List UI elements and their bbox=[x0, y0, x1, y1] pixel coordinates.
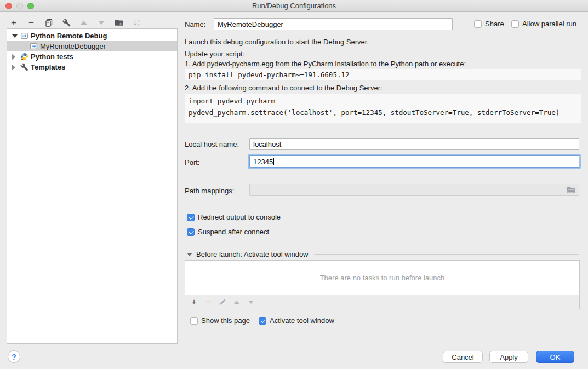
activate-tool-window-label: Activate tool window bbox=[270, 316, 334, 325]
arrow-up-icon bbox=[81, 21, 87, 25]
path-mappings-field[interactable] bbox=[249, 184, 579, 196]
description-line-1: Launch this debug configuration to start… bbox=[185, 38, 369, 46]
tree-item-label: Python Remote Debug bbox=[31, 32, 107, 40]
settrace-code-line-1: import pydevd_pycharm bbox=[189, 95, 577, 107]
apply-button[interactable]: Apply bbox=[489, 351, 528, 363]
python-tests-icon bbox=[20, 53, 28, 61]
run-debug-configurations-dialog: Run/Debug Configurations + − az Python R… bbox=[0, 0, 588, 369]
configurations-tree: Python Remote Debug MyRemoteDebugger Pyt… bbox=[7, 28, 178, 344]
move-task-up-button[interactable] bbox=[233, 298, 241, 306]
tree-item-label: Templates bbox=[31, 63, 65, 71]
window-title: Run/Debug Configurations bbox=[0, 2, 588, 10]
redirect-output-label: Redirect output to console bbox=[198, 213, 281, 221]
configurations-toolbar: + − az bbox=[9, 16, 141, 28]
tree-item-python-tests[interactable]: Python tests bbox=[7, 51, 177, 62]
checkbox-icon bbox=[474, 20, 482, 28]
browse-folder-icon[interactable] bbox=[567, 187, 575, 194]
checkbox-icon bbox=[190, 317, 198, 325]
arrow-up-icon bbox=[234, 301, 239, 304]
arrow-down-icon bbox=[98, 21, 105, 25]
show-this-page-checkbox[interactable]: Show this page bbox=[190, 316, 250, 325]
collapse-toggle-icon[interactable] bbox=[12, 54, 18, 60]
port-input[interactable]: 12345 bbox=[249, 155, 579, 168]
minus-icon: − bbox=[28, 18, 34, 27]
sort-alphabetically-button[interactable]: az bbox=[132, 18, 141, 27]
suspend-after-connect-checkbox[interactable]: Suspend after connect bbox=[187, 228, 269, 236]
checkbox-icon bbox=[511, 20, 519, 28]
checkbox-icon bbox=[187, 214, 195, 221]
path-mappings-label: Path mappings: bbox=[185, 187, 234, 195]
tree-item-python-remote-debug[interactable]: Python Remote Debug bbox=[7, 31, 177, 41]
share-checkbox-label: Share bbox=[485, 20, 504, 28]
plus-icon: + bbox=[11, 18, 16, 27]
sort-az-icon: az bbox=[133, 19, 141, 27]
edit-task-button[interactable] bbox=[219, 298, 226, 306]
templates-wrench-icon bbox=[20, 63, 28, 71]
tree-item-label: Python tests bbox=[31, 53, 73, 61]
pencil-icon bbox=[219, 298, 226, 305]
checkbox-icon bbox=[187, 228, 195, 236]
local-host-name-input[interactable] bbox=[249, 138, 579, 150]
checkbox-icon bbox=[259, 317, 266, 325]
allow-parallel-run-label: Allow parallel run bbox=[522, 20, 576, 28]
tree-item-myremotedebugger[interactable]: MyRemoteDebugger bbox=[7, 41, 177, 51]
section-divider bbox=[314, 254, 579, 255]
title-bar: Run/Debug Configurations bbox=[0, 0, 588, 12]
text-caret bbox=[273, 158, 274, 165]
before-launch-header[interactable]: Before launch: Activate tool window bbox=[187, 250, 579, 258]
local-host-name-label: Local host name: bbox=[185, 140, 239, 148]
collapse-section-icon[interactable] bbox=[187, 253, 192, 256]
activate-tool-window-checkbox[interactable]: Activate tool window bbox=[259, 316, 334, 325]
allow-parallel-run-checkbox[interactable]: Allow parallel run bbox=[511, 20, 576, 28]
remote-debug-icon bbox=[30, 42, 38, 50]
description-line-2: Update your script: bbox=[185, 50, 244, 58]
copy-icon bbox=[45, 19, 53, 27]
move-up-button[interactable] bbox=[79, 18, 89, 27]
tree-item-label: MyRemoteDebugger bbox=[40, 42, 106, 50]
settrace-code-line-2: pydevd_pycharm.settrace('localhost', por… bbox=[189, 107, 577, 118]
folder-add-icon bbox=[115, 19, 123, 27]
plus-icon: + bbox=[191, 297, 197, 307]
pip-install-code: pip install pydevd-pycharm~=191.6605.12 bbox=[185, 69, 581, 80]
remote-debug-icon bbox=[20, 32, 28, 40]
move-task-down-button[interactable] bbox=[247, 298, 255, 306]
wrench-icon bbox=[62, 19, 71, 27]
new-folder-button[interactable] bbox=[114, 18, 124, 27]
step1-text: 1. Add pydevd-pycharm.egg from the PyCha… bbox=[185, 60, 466, 68]
svg-text:a: a bbox=[138, 19, 140, 22]
show-this-page-label: Show this page bbox=[201, 316, 250, 325]
minus-icon: − bbox=[205, 297, 211, 307]
share-checkbox[interactable]: Share bbox=[474, 20, 504, 28]
name-input[interactable] bbox=[214, 18, 453, 30]
collapse-toggle-icon[interactable] bbox=[12, 65, 18, 70]
expand-toggle-icon[interactable] bbox=[12, 34, 18, 38]
remove-task-button[interactable]: − bbox=[204, 298, 212, 306]
port-label: Port: bbox=[185, 158, 199, 166]
before-launch-task-list: There are no tasks to run before launch … bbox=[185, 260, 580, 309]
settrace-code: import pydevd_pycharm pydevd_pycharm.set… bbox=[185, 94, 581, 123]
step2-text: 2. Add the following command to connect … bbox=[185, 84, 383, 92]
arrow-down-icon bbox=[248, 301, 254, 304]
before-launch-title: Before launch: Activate tool window bbox=[196, 250, 309, 258]
svg-text:z: z bbox=[138, 23, 140, 27]
ok-button[interactable]: OK bbox=[536, 351, 574, 363]
add-configuration-button[interactable]: + bbox=[9, 18, 19, 27]
empty-task-list: There are no tasks to run before launch bbox=[185, 261, 579, 295]
add-task-button[interactable]: + bbox=[190, 298, 198, 306]
help-button[interactable]: ? bbox=[8, 350, 20, 363]
tree-item-templates[interactable]: Templates bbox=[7, 62, 177, 72]
redirect-output-checkbox[interactable]: Redirect output to console bbox=[187, 213, 281, 221]
remove-configuration-button[interactable]: − bbox=[26, 18, 36, 27]
cancel-button[interactable]: Cancel bbox=[443, 351, 483, 363]
copy-configuration-button[interactable] bbox=[44, 18, 54, 27]
edit-defaults-button[interactable] bbox=[61, 18, 71, 27]
move-down-button[interactable] bbox=[96, 18, 106, 27]
port-value: 12345 bbox=[253, 158, 273, 166]
question-mark-icon: ? bbox=[12, 353, 16, 361]
task-list-toolbar: + − bbox=[185, 295, 579, 309]
name-label: Name: bbox=[185, 20, 205, 28]
suspend-after-connect-label: Suspend after connect bbox=[198, 228, 269, 236]
empty-task-text: There are no tasks to run before launch bbox=[320, 274, 445, 282]
